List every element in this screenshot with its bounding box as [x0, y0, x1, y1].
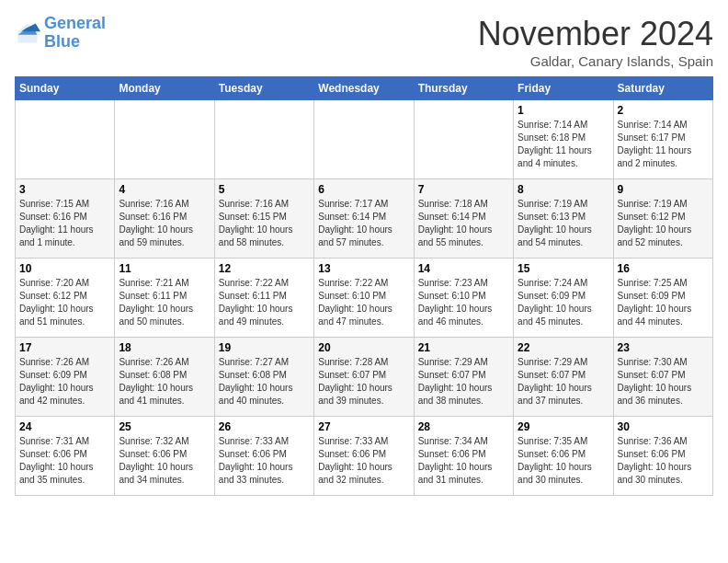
day-info: Sunrise: 7:14 AM Sunset: 6:17 PM Dayligh…	[618, 119, 709, 170]
day-number: 1	[518, 104, 609, 117]
calendar-week-4: 17Sunrise: 7:26 AM Sunset: 6:09 PM Dayli…	[16, 338, 713, 417]
day-info: Sunrise: 7:15 AM Sunset: 6:16 PM Dayligh…	[19, 198, 110, 249]
header-cell-sunday: Sunday	[16, 77, 115, 100]
day-number: 27	[318, 420, 409, 433]
day-info: Sunrise: 7:16 AM Sunset: 6:16 PM Dayligh…	[119, 198, 210, 249]
logo-text: General Blue	[44, 15, 106, 52]
header-cell-thursday: Thursday	[414, 77, 513, 100]
calendar-cell: 11Sunrise: 7:21 AM Sunset: 6:11 PM Dayli…	[115, 259, 214, 338]
calendar-header: SundayMondayTuesdayWednesdayThursdayFrid…	[16, 77, 713, 100]
location-subtitle: Galdar, Canary Islands, Spain	[478, 53, 713, 69]
day-info: Sunrise: 7:29 AM Sunset: 6:07 PM Dayligh…	[418, 356, 509, 408]
day-number: 18	[119, 341, 210, 354]
day-number: 7	[418, 183, 509, 196]
calendar-cell: 3Sunrise: 7:15 AM Sunset: 6:16 PM Daylig…	[16, 179, 115, 259]
calendar-week-5: 24Sunrise: 7:31 AM Sunset: 6:06 PM Dayli…	[16, 417, 713, 496]
calendar-cell: 16Sunrise: 7:25 AM Sunset: 6:09 PM Dayli…	[613, 259, 712, 338]
day-number: 9	[618, 183, 709, 196]
calendar-table: SundayMondayTuesdayWednesdayThursdayFrid…	[15, 76, 713, 496]
title-block: November 2024 Galdar, Canary Islands, Sp…	[478, 15, 713, 69]
calendar-cell: 2Sunrise: 7:14 AM Sunset: 6:17 PM Daylig…	[613, 100, 712, 179]
day-info: Sunrise: 7:19 AM Sunset: 6:12 PM Dayligh…	[618, 198, 709, 249]
calendar-cell: 12Sunrise: 7:22 AM Sunset: 6:11 PM Dayli…	[214, 259, 313, 338]
day-number: 16	[618, 262, 709, 275]
day-number: 24	[19, 420, 110, 433]
calendar-cell: 28Sunrise: 7:34 AM Sunset: 6:06 PM Dayli…	[414, 417, 513, 496]
day-number: 14	[418, 262, 509, 275]
day-info: Sunrise: 7:36 AM Sunset: 6:06 PM Dayligh…	[618, 435, 709, 487]
day-info: Sunrise: 7:22 AM Sunset: 6:10 PM Dayligh…	[318, 277, 409, 328]
calendar-cell: 23Sunrise: 7:30 AM Sunset: 6:07 PM Dayli…	[613, 338, 712, 417]
calendar-cell: 14Sunrise: 7:23 AM Sunset: 6:10 PM Dayli…	[414, 259, 513, 338]
calendar-cell	[414, 100, 513, 179]
day-info: Sunrise: 7:35 AM Sunset: 6:06 PM Dayligh…	[518, 435, 609, 487]
day-number: 10	[19, 262, 110, 275]
day-info: Sunrise: 7:17 AM Sunset: 6:14 PM Dayligh…	[318, 198, 409, 249]
header-cell-saturday: Saturday	[613, 77, 712, 100]
calendar-cell: 21Sunrise: 7:29 AM Sunset: 6:07 PM Dayli…	[414, 338, 513, 417]
calendar-cell: 9Sunrise: 7:19 AM Sunset: 6:12 PM Daylig…	[613, 179, 712, 259]
day-info: Sunrise: 7:33 AM Sunset: 6:06 PM Dayligh…	[219, 435, 310, 487]
day-info: Sunrise: 7:18 AM Sunset: 6:14 PM Dayligh…	[418, 198, 509, 249]
day-info: Sunrise: 7:32 AM Sunset: 6:06 PM Dayligh…	[119, 435, 210, 487]
day-number: 17	[19, 341, 110, 354]
calendar-cell: 20Sunrise: 7:28 AM Sunset: 6:07 PM Dayli…	[314, 338, 414, 417]
day-info: Sunrise: 7:34 AM Sunset: 6:06 PM Dayligh…	[418, 435, 509, 487]
calendar-cell: 1Sunrise: 7:14 AM Sunset: 6:18 PM Daylig…	[514, 100, 613, 179]
calendar-cell: 29Sunrise: 7:35 AM Sunset: 6:06 PM Dayli…	[514, 417, 613, 496]
calendar-cell: 6Sunrise: 7:17 AM Sunset: 6:14 PM Daylig…	[314, 179, 414, 259]
day-info: Sunrise: 7:22 AM Sunset: 6:11 PM Dayligh…	[219, 277, 310, 328]
header-cell-tuesday: Tuesday	[214, 77, 313, 100]
day-number: 30	[618, 420, 709, 433]
day-number: 11	[119, 262, 210, 275]
day-number: 29	[518, 420, 609, 433]
day-info: Sunrise: 7:28 AM Sunset: 6:07 PM Dayligh…	[318, 356, 409, 408]
day-info: Sunrise: 7:30 AM Sunset: 6:07 PM Dayligh…	[618, 356, 709, 408]
logo-icon	[15, 20, 40, 46]
calendar-cell: 13Sunrise: 7:22 AM Sunset: 6:10 PM Dayli…	[314, 259, 414, 338]
calendar-cell: 27Sunrise: 7:33 AM Sunset: 6:06 PM Dayli…	[314, 417, 414, 496]
day-info: Sunrise: 7:26 AM Sunset: 6:08 PM Dayligh…	[119, 356, 210, 408]
day-info: Sunrise: 7:19 AM Sunset: 6:13 PM Dayligh…	[518, 198, 609, 249]
day-number: 3	[19, 183, 110, 196]
day-number: 4	[119, 183, 210, 196]
day-number: 5	[219, 183, 310, 196]
day-info: Sunrise: 7:25 AM Sunset: 6:09 PM Dayligh…	[618, 277, 709, 328]
calendar-cell: 4Sunrise: 7:16 AM Sunset: 6:16 PM Daylig…	[115, 179, 214, 259]
calendar-cell: 10Sunrise: 7:20 AM Sunset: 6:12 PM Dayli…	[16, 259, 115, 338]
day-info: Sunrise: 7:23 AM Sunset: 6:10 PM Dayligh…	[418, 277, 509, 328]
day-number: 21	[418, 341, 509, 354]
calendar-cell: 5Sunrise: 7:16 AM Sunset: 6:15 PM Daylig…	[214, 179, 313, 259]
month-title: November 2024	[478, 15, 713, 53]
header-cell-wednesday: Wednesday	[314, 77, 414, 100]
calendar-cell	[16, 100, 115, 179]
day-info: Sunrise: 7:14 AM Sunset: 6:18 PM Dayligh…	[518, 119, 609, 170]
day-number: 28	[418, 420, 509, 433]
logo: General Blue	[15, 15, 106, 52]
day-number: 26	[219, 420, 310, 433]
day-info: Sunrise: 7:29 AM Sunset: 6:07 PM Dayligh…	[518, 356, 609, 408]
calendar-cell: 25Sunrise: 7:32 AM Sunset: 6:06 PM Dayli…	[115, 417, 214, 496]
calendar-cell: 26Sunrise: 7:33 AM Sunset: 6:06 PM Dayli…	[214, 417, 313, 496]
calendar-cell: 24Sunrise: 7:31 AM Sunset: 6:06 PM Dayli…	[16, 417, 115, 496]
page-header: General Blue November 2024 Galdar, Canar…	[15, 15, 713, 69]
calendar-cell: 22Sunrise: 7:29 AM Sunset: 6:07 PM Dayli…	[514, 338, 613, 417]
day-info: Sunrise: 7:24 AM Sunset: 6:09 PM Dayligh…	[518, 277, 609, 328]
day-info: Sunrise: 7:27 AM Sunset: 6:08 PM Dayligh…	[219, 356, 310, 408]
calendar-cell: 8Sunrise: 7:19 AM Sunset: 6:13 PM Daylig…	[514, 179, 613, 259]
day-number: 23	[618, 341, 709, 354]
calendar-cell: 30Sunrise: 7:36 AM Sunset: 6:06 PM Dayli…	[613, 417, 712, 496]
calendar-cell: 15Sunrise: 7:24 AM Sunset: 6:09 PM Dayli…	[514, 259, 613, 338]
day-number: 15	[518, 262, 609, 275]
calendar-cell: 18Sunrise: 7:26 AM Sunset: 6:08 PM Dayli…	[115, 338, 214, 417]
day-number: 2	[618, 104, 709, 117]
day-number: 19	[219, 341, 310, 354]
day-number: 8	[518, 183, 609, 196]
calendar-cell: 19Sunrise: 7:27 AM Sunset: 6:08 PM Dayli…	[214, 338, 313, 417]
calendar-cell	[115, 100, 214, 179]
day-info: Sunrise: 7:20 AM Sunset: 6:12 PM Dayligh…	[19, 277, 110, 328]
day-info: Sunrise: 7:16 AM Sunset: 6:15 PM Dayligh…	[219, 198, 310, 249]
day-info: Sunrise: 7:33 AM Sunset: 6:06 PM Dayligh…	[318, 435, 409, 487]
calendar-cell: 7Sunrise: 7:18 AM Sunset: 6:14 PM Daylig…	[414, 179, 513, 259]
calendar-cell: 17Sunrise: 7:26 AM Sunset: 6:09 PM Dayli…	[16, 338, 115, 417]
